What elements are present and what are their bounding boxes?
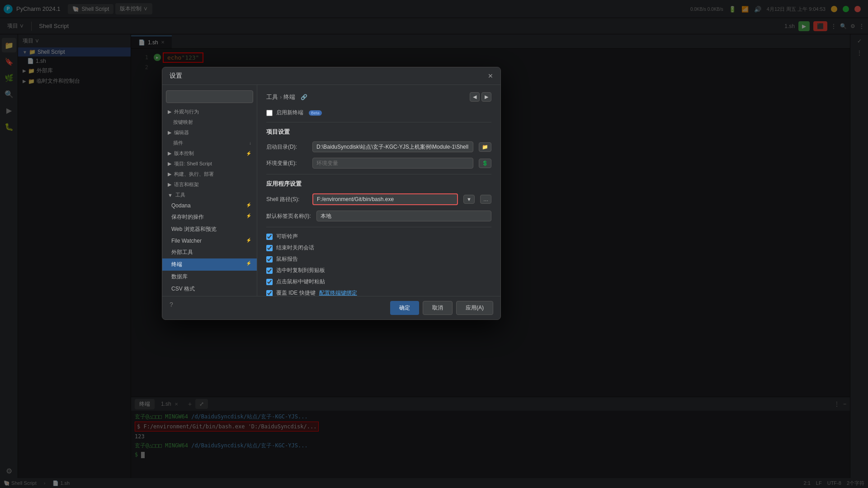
nav-chevron-project: ▶ bbox=[168, 161, 171, 167]
nav-back-button[interactable]: ◀ bbox=[470, 92, 480, 102]
nav-vcs-label: 版本控制 bbox=[174, 150, 194, 157]
start-dir-input[interactable] bbox=[312, 141, 473, 152]
nav-chevron-vcs: ▶ bbox=[168, 150, 171, 156]
nav-chevron-tools: ▼ bbox=[168, 192, 173, 198]
nav-group-tools[interactable]: ▼ 工具 bbox=[162, 190, 257, 200]
nav-forward-button[interactable]: ▶ bbox=[481, 92, 491, 102]
checkbox-bell: 可听铃声 bbox=[266, 233, 491, 240]
middle-paste-label: 点击鼠标中键时粘贴 bbox=[276, 278, 325, 286]
breadcrumb-tools: 工具 bbox=[266, 93, 278, 101]
divider-1 bbox=[266, 122, 491, 122]
settings-close-button[interactable]: ✕ bbox=[488, 72, 493, 80]
settings-footer: ? 确定 取消 应用(A) bbox=[162, 296, 500, 319]
nav-csv-label: CSV 格式 bbox=[171, 286, 195, 292]
mouse-report-checkbox[interactable] bbox=[266, 256, 273, 263]
modal-overlay: 设置 ✕ ▶ 外观与行为 按键映射 ▶ 编辑器 插件 bbox=[0, 0, 868, 488]
nav-file-watcher-label: File Watcher bbox=[171, 238, 202, 244]
nav-group-keymap[interactable]: 按键映射 bbox=[162, 117, 257, 127]
nav-group-appearance[interactable]: ▶ 外观与行为 bbox=[162, 107, 257, 117]
nav-chevron-editor: ▶ bbox=[168, 130, 171, 136]
beta-badge: Beta bbox=[309, 110, 322, 116]
enable-new-terminal-checkbox[interactable] bbox=[266, 110, 273, 116]
apply-button[interactable]: 应用(A) bbox=[456, 301, 493, 315]
nav-item-terminal[interactable]: 终端 ⚡ bbox=[162, 258, 257, 271]
middle-paste-checkbox[interactable] bbox=[266, 279, 273, 285]
nav-group-project[interactable]: ▶ 项目: Shell Script bbox=[162, 159, 257, 169]
env-var-input[interactable] bbox=[312, 158, 473, 169]
project-settings-title: 项目设置 bbox=[266, 128, 491, 136]
vcs-icon: ⚡ bbox=[246, 151, 251, 156]
nav-group-plugins[interactable]: 插件 ↓ bbox=[162, 138, 257, 148]
divider-2 bbox=[266, 174, 491, 174]
default-tab-input[interactable] bbox=[316, 211, 491, 221]
file-watcher-icon: ⚡ bbox=[246, 238, 251, 243]
nav-tools-label: 工具 bbox=[175, 192, 185, 198]
nav-terminal-label: 终端 bbox=[171, 261, 182, 267]
nav-web-browser-label: Web 浏览器和预览 bbox=[171, 226, 217, 232]
nav-item-external-tools[interactable]: 外部工具 bbox=[162, 246, 257, 258]
breadcrumb-link-icon[interactable]: 🔗 bbox=[301, 94, 307, 100]
bell-checkbox[interactable] bbox=[266, 234, 273, 240]
divider-3 bbox=[266, 227, 491, 227]
nav-item-web-browser[interactable]: Web 浏览器和预览 bbox=[162, 223, 257, 235]
qodana-icon: ⚡ bbox=[246, 202, 251, 207]
nav-group-vcs[interactable]: ▶ 版本控制 ⚡ bbox=[162, 148, 257, 159]
nav-group-lang[interactable]: ▶ 语言和框架 bbox=[162, 179, 257, 190]
settings-title: 设置 bbox=[170, 72, 488, 80]
default-tab-label: 默认标签页名称(I): bbox=[266, 212, 311, 220]
enable-new-terminal-label: 启用新终端 bbox=[276, 109, 303, 117]
settings-search-input[interactable] bbox=[166, 90, 253, 103]
nav-build-label: 构建、执行、部署 bbox=[174, 171, 214, 178]
nav-lang-label: 语言和框架 bbox=[174, 181, 199, 188]
cancel-button[interactable]: 取消 bbox=[423, 301, 453, 315]
breadcrumb-terminal: 终端 bbox=[283, 93, 295, 101]
nav-item-csv[interactable]: CSV 格式 bbox=[162, 283, 257, 295]
plugins-icon: ↓ bbox=[249, 141, 251, 145]
nav-item-save-actions[interactable]: 保存时的操作 ⚡ bbox=[162, 211, 257, 223]
configure-keybindings-link[interactable]: 配置终端键绑定 bbox=[319, 289, 357, 296]
checkbox-override-ide: 覆盖 IDE 快捷键 配置终端键绑定 bbox=[266, 289, 491, 296]
env-var-browse-button[interactable]: 💲 bbox=[479, 159, 491, 168]
settings-titlebar: 设置 ✕ bbox=[162, 67, 500, 85]
start-dir-label: 启动目录(D): bbox=[266, 143, 307, 151]
override-ide-checkbox[interactable] bbox=[266, 290, 273, 296]
nav-save-actions-label: 保存时的操作 bbox=[171, 214, 204, 220]
close-session-label: 结束时关闭会话 bbox=[276, 244, 314, 252]
checkbox-middle-paste: 点击鼠标中键时粘贴 bbox=[266, 278, 491, 286]
shell-path-browse-button[interactable]: … bbox=[480, 195, 491, 204]
settings-breadcrumb: 工具 › 终端 🔗 ◀ ▶ bbox=[266, 92, 491, 102]
start-dir-browse-button[interactable]: 📁 bbox=[479, 142, 491, 152]
nav-item-qodana[interactable]: Qodana ⚡ bbox=[162, 200, 257, 211]
help-icon[interactable]: ? bbox=[170, 301, 173, 315]
nav-group-editor[interactable]: ▶ 编辑器 bbox=[162, 127, 257, 138]
settings-dialog: 设置 ✕ ▶ 外观与行为 按键映射 ▶ 编辑器 插件 bbox=[162, 67, 501, 320]
settings-content: 工具 › 终端 🔗 ◀ ▶ 启用新终端 Beta 项目 bbox=[257, 85, 500, 296]
shell-path-dropdown-button[interactable]: ▼ bbox=[463, 195, 475, 204]
nav-external-tools-label: 外部工具 bbox=[171, 249, 193, 255]
env-var-row: 环境变量(E): 💲 bbox=[266, 158, 491, 169]
settings-body: ▶ 外观与行为 按键映射 ▶ 编辑器 插件 ↓ ▶ 版本控制 ⚡ bbox=[162, 85, 500, 296]
nav-chevron-lang: ▶ bbox=[168, 182, 171, 188]
nav-item-file-watcher[interactable]: File Watcher ⚡ bbox=[162, 235, 257, 246]
override-ide-label: 覆盖 IDE 快捷键 bbox=[276, 289, 316, 296]
enable-new-terminal-row: 启用新终端 Beta bbox=[266, 109, 491, 117]
bell-label: 可听铃声 bbox=[276, 233, 298, 240]
nav-appearance-label: 外观与行为 bbox=[174, 108, 199, 115]
close-session-checkbox[interactable] bbox=[266, 245, 273, 251]
checkbox-mouse-report: 鼠标报告 bbox=[266, 255, 491, 263]
nav-editor-label: 编辑器 bbox=[174, 129, 189, 136]
copy-on-select-checkbox[interactable] bbox=[266, 267, 273, 274]
nav-qodana-label: Qodana bbox=[171, 202, 191, 209]
breadcrumb-nav-btns: ◀ ▶ bbox=[470, 92, 491, 102]
ok-button[interactable]: 确定 bbox=[390, 301, 419, 315]
settings-nav: ▶ 外观与行为 按键映射 ▶ 编辑器 插件 ↓ ▶ 版本控制 ⚡ bbox=[162, 85, 257, 296]
nav-group-build[interactable]: ▶ 构建、执行、部署 bbox=[162, 169, 257, 179]
nav-project-label: 项目: Shell Script bbox=[174, 160, 212, 167]
save-actions-icon: ⚡ bbox=[246, 213, 251, 218]
shell-path-row: Shell 路径(S): ▼ … bbox=[266, 193, 491, 205]
nav-plugins-label: 插件 bbox=[168, 140, 183, 146]
shell-path-input[interactable] bbox=[312, 193, 458, 205]
copy-on-select-label: 选中时复制到剪贴板 bbox=[276, 267, 325, 274]
nav-item-database[interactable]: 数据库 bbox=[162, 271, 257, 283]
terminal-nav-icon: ⚡ bbox=[246, 261, 251, 266]
